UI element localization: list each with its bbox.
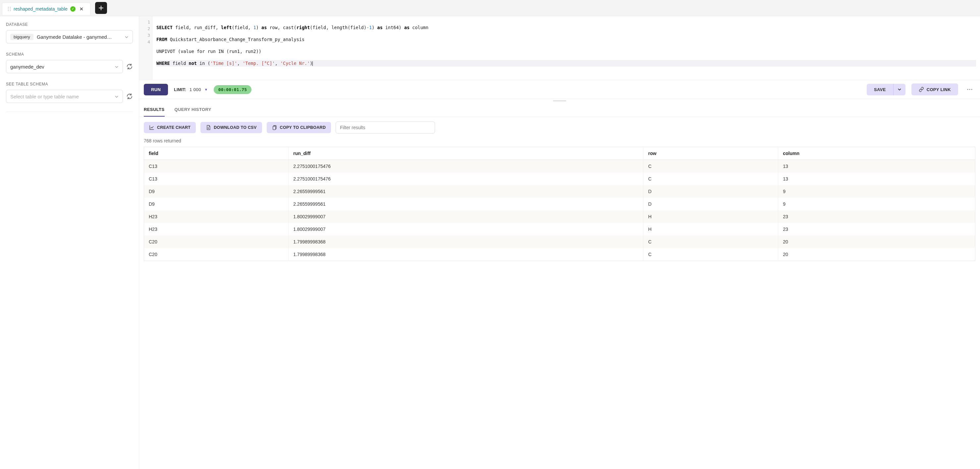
table-row[interactable]: C201.79989998368C20 [144, 235, 975, 248]
table-cell: H23 [144, 210, 289, 223]
sidebar: DATABASE bigquery Ganymede Datalake - ga… [0, 16, 139, 469]
chevron-down-icon [115, 94, 119, 99]
download-csv-button[interactable]: DOWNLOAD TO CSV [200, 122, 262, 133]
table-cell: C [643, 160, 778, 173]
table-cell: 20 [778, 248, 975, 261]
table-cell: 1.79989998368 [289, 248, 643, 261]
database-value: Ganymede Datalake - ganymed… [37, 34, 112, 40]
file-icon [206, 125, 211, 130]
table-cell: 13 [778, 160, 975, 173]
tabs-bar: reshaped_metadata_table ✓ ✕ [0, 0, 980, 16]
svg-point-3 [10, 8, 11, 9]
create-chart-button[interactable]: CREATE CHART [144, 122, 196, 133]
tab-results[interactable]: RESULTS [144, 107, 165, 117]
add-tab-button[interactable] [95, 2, 107, 14]
table-cell: 2.2751000175476 [289, 160, 643, 173]
table-cell: D [643, 198, 778, 210]
table-cell: C [643, 173, 778, 185]
chart-icon [149, 125, 154, 130]
save-button-group: SAVE [867, 84, 905, 95]
save-dropdown-button[interactable] [893, 84, 905, 95]
col-run-diff[interactable]: run_diff [289, 147, 643, 160]
content: 1234 SELECT field, run_diff, left(field,… [139, 16, 980, 469]
chevron-down-icon [115, 64, 119, 69]
result-tabs: RESULTS QUERY HISTORY [139, 102, 980, 117]
table-row[interactable]: H231.80029999007H23 [144, 223, 975, 235]
copy-clipboard-button[interactable]: COPY TO CLIPBOARD [267, 122, 331, 133]
table-cell: 9 [778, 185, 975, 198]
table-cell: D9 [144, 185, 289, 198]
more-menu-icon[interactable] [964, 86, 975, 92]
table-cell: H [643, 223, 778, 235]
divider [6, 111, 133, 112]
table-cell: 13 [778, 173, 975, 185]
table-select[interactable]: Select table or type table name [6, 90, 123, 103]
svg-rect-10 [273, 126, 275, 130]
table-cell: C20 [144, 235, 289, 248]
save-button[interactable]: SAVE [867, 84, 893, 95]
col-column[interactable]: column [778, 147, 975, 160]
table-cell: C [643, 235, 778, 248]
sql-editor[interactable]: 1234 SELECT field, run_diff, left(field,… [139, 16, 980, 80]
table-row[interactable]: H231.80029999007H23 [144, 210, 975, 223]
table-row[interactable]: C132.2751000175476C13 [144, 160, 975, 173]
table-cell: 1.80029999007 [289, 223, 643, 235]
drag-handle-icon[interactable] [8, 6, 11, 11]
refresh-icon[interactable] [126, 93, 133, 100]
table-cell: H23 [144, 223, 289, 235]
code-area[interactable]: SELECT field, run_diff, left(field, 1) a… [153, 16, 980, 80]
table-row[interactable]: C132.2751000175476C13 [144, 173, 975, 185]
col-row[interactable]: row [643, 147, 778, 160]
schema-select[interactable]: ganymede_dev [6, 60, 123, 73]
table-cell: 1.79989998368 [289, 235, 643, 248]
schema-value: ganymede_dev [10, 64, 45, 70]
table-cell: C20 [144, 248, 289, 261]
table-cell: 1.80029999007 [289, 210, 643, 223]
table-schema-label: SEE TABLE SCHEMA [6, 82, 133, 86]
query-toolbar: RUN LIMIT: 1 000 ▼ 00:00:01.75 SAVE COPY… [139, 80, 980, 99]
tab-label: reshaped_metadata_table [14, 6, 68, 11]
table-row[interactable]: C201.79989998368C20 [144, 248, 975, 261]
table-cell: 20 [778, 235, 975, 248]
svg-point-7 [969, 89, 970, 90]
table-cell: 23 [778, 223, 975, 235]
table-cell: D9 [144, 198, 289, 210]
table-placeholder: Select table or type table name [10, 94, 79, 99]
svg-point-8 [971, 89, 972, 90]
table-cell: 23 [778, 210, 975, 223]
query-timer: 00:00:01.75 [214, 85, 251, 94]
limit-label: LIMIT: [174, 87, 186, 92]
table-cell: 2.26559999561 [289, 185, 643, 198]
refresh-icon[interactable] [126, 63, 133, 70]
table-cell: C13 [144, 173, 289, 185]
tab-query-history[interactable]: QUERY HISTORY [175, 107, 212, 117]
table-row[interactable]: D92.26559999561D9 [144, 185, 975, 198]
run-button[interactable]: RUN [144, 84, 168, 95]
database-chip: bigquery [10, 34, 33, 40]
col-field[interactable]: field [144, 147, 289, 160]
limit-value: 1 000 [189, 87, 201, 92]
close-icon[interactable]: ✕ [78, 6, 85, 11]
caret-down-icon[interactable]: ▼ [204, 88, 208, 91]
svg-point-2 [8, 8, 9, 9]
clipboard-icon [272, 125, 277, 130]
results-toolbar: CREATE CHART DOWNLOAD TO CSV COPY TO CLI… [139, 117, 980, 138]
table-cell: C [643, 248, 778, 261]
resize-handle[interactable] [139, 99, 980, 102]
table-row[interactable]: D92.26559999561D9 [144, 198, 975, 210]
tab-active[interactable]: reshaped_metadata_table ✓ ✕ [2, 3, 91, 15]
database-label: DATABASE [6, 22, 133, 27]
link-icon [919, 87, 924, 92]
table-cell: 2.2751000175476 [289, 173, 643, 185]
database-select[interactable]: bigquery Ganymede Datalake - ganymed… [6, 30, 133, 43]
svg-point-4 [8, 10, 9, 11]
table-cell: H [643, 210, 778, 223]
limit-selector[interactable]: LIMIT: 1 000 ▼ [174, 87, 208, 92]
filter-results-input[interactable] [336, 122, 435, 134]
schema-label: SCHEMA [6, 52, 133, 57]
copy-link-button[interactable]: COPY LINK [912, 83, 958, 95]
results-table: field run_diff row column C132.275100017… [144, 147, 975, 261]
table-cell: C13 [144, 160, 289, 173]
table-cell: 2.26559999561 [289, 198, 643, 210]
check-icon: ✓ [70, 6, 76, 11]
